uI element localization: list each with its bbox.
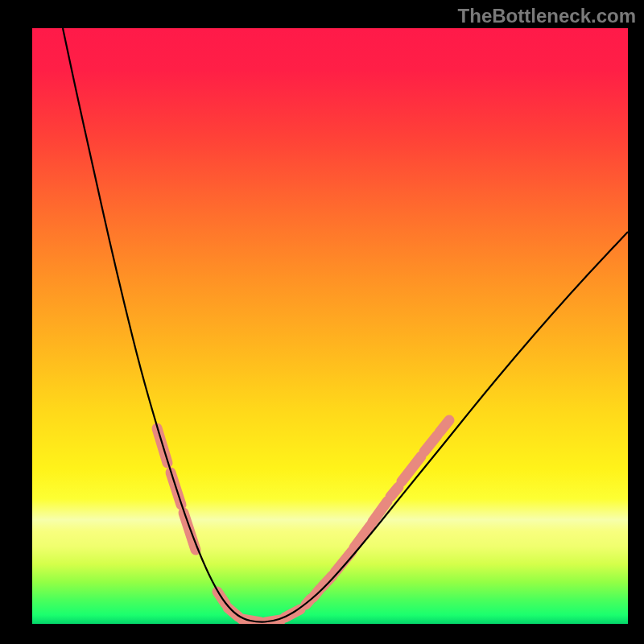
plot-area [32, 28, 628, 624]
chart-overlay [32, 28, 628, 624]
highlight-dash [184, 513, 196, 550]
watermark-text: TheBottleneck.com [458, 5, 636, 27]
highlight-dash [335, 551, 352, 572]
bottleneck-curve [63, 28, 628, 622]
highlight-dash [373, 502, 387, 522]
chart-frame: TheBottleneck.com [0, 0, 644, 644]
highlight-dash [390, 487, 398, 497]
highlight-dash [440, 420, 449, 432]
highlight-dash [424, 436, 437, 452]
highlight-group [157, 420, 449, 622]
highlight-dash [402, 456, 421, 481]
